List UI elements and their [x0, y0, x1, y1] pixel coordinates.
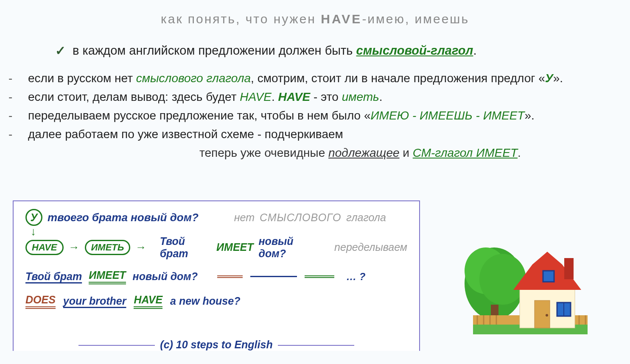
placeholder-lines [217, 275, 334, 278]
row1-grey-no: нет [234, 211, 255, 224]
dash-icon: - [8, 128, 14, 141]
svg-rect-15 [564, 258, 574, 279]
row1-blue: твоего брата новый дом? [48, 211, 199, 224]
title-prefix: как понять, что нужен [161, 12, 321, 26]
example-row-2: HAVE → ИМЕТЬ → Твой брат ИМЕЕТ новый дом… [25, 235, 407, 260]
placeholder-aux [217, 275, 243, 278]
main-point-text: в каждом английском предложении должен б… [73, 44, 476, 58]
bullet-1: - если в русском нет смыслового глагола,… [8, 72, 630, 85]
bullet-4: - далее работаем по уже известной схеме … [8, 128, 630, 141]
svg-rect-20 [543, 271, 554, 282]
row2-grey: переделываем [334, 241, 407, 253]
bullet-4-text: далее работаем по уже известной схеме - … [28, 128, 343, 141]
check-icon: ✓ [55, 43, 66, 58]
bullet-2: - если стоит, делам вывод: здесь будет H… [8, 90, 630, 104]
row3-subject: Твой брат [25, 270, 82, 283]
bullet-2-text: если стоит, делам вывод: здесь будет HAV… [28, 90, 383, 104]
example-row-1: У твоего брата новый дом? нет СМЫСЛОВОГО… [25, 209, 407, 226]
title-suffix: -имею, имеешь [362, 12, 469, 26]
row2-blue1: Твой брат [160, 235, 211, 260]
example-row-4: DOES your brother HAVE a new house? [25, 294, 407, 309]
placeholder-verb [305, 275, 334, 278]
circled-y: У [25, 209, 42, 226]
box-caption: (c) 10 steps to English [14, 339, 419, 351]
svg-point-17 [546, 314, 548, 317]
bullet-3-text: переделываем русское предложение так, чт… [28, 109, 535, 122]
row4-does: DOES [25, 294, 56, 309]
svg-point-2 [479, 254, 526, 305]
bullet-3: - переделываем русское предложение так, … [8, 109, 630, 122]
dash-icon: - [8, 90, 14, 104]
row1-grey-caps: СМЫСЛОВОГО [260, 211, 341, 224]
arrow-right-icon: → [135, 241, 146, 254]
oval-imet: ИМЕТЬ [85, 240, 131, 255]
example-box: У твоего брата новый дом? нет СМЫСЛОВОГО… [13, 200, 420, 351]
dash-icon: - [8, 72, 14, 85]
arrow-down-icon: ↓ [31, 228, 407, 235]
placeholder-subject [250, 276, 297, 277]
row4-subject: your brother [63, 295, 126, 307]
dash-icon: - [8, 109, 14, 122]
example-row-3: Твой брат ИМЕЕТ новый дом? … ? [25, 269, 407, 284]
main-point-emph: смысловой-глагол [356, 44, 473, 57]
row2-blue2: новый дом? [259, 235, 318, 260]
arrow-right-icon: → [69, 241, 80, 254]
row3-verb: ИМЕЕТ [89, 269, 126, 284]
row3-dots: … ? [346, 271, 365, 283]
row1-grey-verb: глагола [346, 211, 386, 224]
continuation-line: теперь уже очевидные подлежащее и СМ-гла… [199, 146, 630, 160]
main-point-period: . [473, 44, 476, 57]
house-illustration [452, 216, 592, 343]
svg-marker-14 [532, 252, 562, 264]
row2-green: ИМЕЕТ [216, 241, 253, 253]
main-point-pre: в каждом английском предложении должен б… [73, 44, 356, 57]
row4-have: HAVE [134, 294, 162, 309]
oval-have: HAVE [25, 240, 64, 255]
main-point: ✓ в каждом английском предложении должен… [55, 43, 630, 58]
bullet-list: - если в русском нет смыслового глагола,… [8, 72, 630, 141]
row4-rest: a new house? [170, 295, 240, 307]
row3-object: новый дом? [133, 270, 198, 283]
slide-title: как понять, что нужен HAVE-имею, имеешь [0, 0, 630, 31]
bullet-1-text: если в русском нет смыслового глагола, с… [28, 72, 563, 85]
title-have: HAVE [321, 12, 362, 26]
